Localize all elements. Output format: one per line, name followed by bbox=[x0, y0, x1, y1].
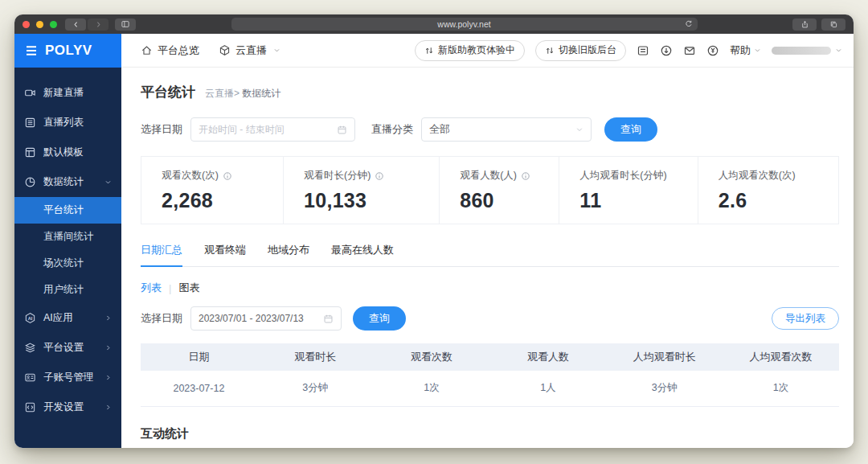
category-select[interactable]: 全部 bbox=[421, 117, 592, 142]
template-icon bbox=[24, 146, 36, 158]
interaction-statistics-title: 互动统计 bbox=[141, 426, 839, 441]
chevron-down-icon bbox=[273, 47, 280, 54]
billing-button[interactable] bbox=[706, 44, 719, 57]
new-assistant-pill-button[interactable]: 新版助教页体验中 bbox=[415, 40, 525, 61]
date-filter-label: 选择日期 bbox=[141, 122, 182, 137]
mail-icon bbox=[683, 44, 696, 57]
sidebar-item-label: 默认模板 bbox=[43, 146, 84, 159]
messages-button[interactable] bbox=[683, 44, 696, 57]
forward-button[interactable] bbox=[88, 18, 108, 31]
stat-view-count: 观看次数(次) 2,268 bbox=[141, 157, 283, 224]
help-label: 帮助 bbox=[730, 43, 751, 58]
sidebar-subitem-room-statistics[interactable]: 直播间统计 bbox=[14, 224, 121, 250]
info-icon[interactable] bbox=[375, 171, 384, 181]
tab-peak-online[interactable]: 最高在线人数 bbox=[331, 243, 394, 266]
work-order-button[interactable] bbox=[637, 44, 649, 57]
main-content: 平台统计 云直播> 数据统计 选择日期 直播分类 bbox=[121, 68, 854, 448]
chevron-left-icon bbox=[72, 21, 80, 28]
export-list-button[interactable]: 导出列表 bbox=[772, 307, 839, 330]
header-right: 新版助教页体验中 切换旧版后台 bbox=[415, 40, 842, 61]
view-toggle-separator: | bbox=[169, 282, 171, 294]
view-toggle-chart[interactable]: 图表 bbox=[178, 281, 199, 295]
col-viewer-count: 观看人数 bbox=[489, 343, 606, 371]
chevron-down-icon bbox=[104, 179, 112, 186]
sidebar-item-default-template[interactable]: 默认模板 bbox=[14, 138, 121, 167]
tab-date-summary[interactable]: 日期汇总 bbox=[141, 243, 182, 266]
breadcrumb: 云直播> 数据统计 bbox=[205, 87, 280, 101]
nav-cloud-live[interactable]: 云直播 bbox=[219, 43, 280, 58]
stat-label: 观看时长(分钟) bbox=[304, 169, 371, 183]
zoom-window-button[interactable] bbox=[50, 21, 57, 28]
sidebar-item-new-live[interactable]: 新建直播 bbox=[14, 78, 121, 108]
svg-text:AI: AI bbox=[28, 316, 33, 321]
info-icon[interactable] bbox=[223, 171, 232, 181]
date-query-input[interactable] bbox=[199, 313, 323, 324]
tab-region-distribution[interactable]: 地域分布 bbox=[268, 243, 309, 266]
close-window-button[interactable] bbox=[23, 21, 30, 28]
col-date: 日期 bbox=[141, 343, 257, 371]
download-button[interactable] bbox=[660, 44, 673, 57]
refresh-icon bbox=[684, 19, 693, 28]
sidebar-item-data-statistics[interactable]: 数据统计 bbox=[14, 167, 121, 197]
sidebar-item-label: 平台设置 bbox=[43, 341, 84, 355]
sidebar-subitem-platform-statistics[interactable]: 平台统计 bbox=[14, 197, 121, 224]
address-bar[interactable]: www.polyv.net bbox=[231, 18, 698, 31]
account-menu[interactable] bbox=[772, 47, 842, 55]
breadcrumb-separator: > bbox=[234, 88, 240, 99]
logo-block[interactable]: POLYV bbox=[14, 34, 121, 68]
browser-action-buttons bbox=[792, 18, 845, 31]
table-row[interactable]: 2023-07-12 3分钟 1次 1人 3分钟 1次 bbox=[141, 371, 839, 406]
date-range-input[interactable] bbox=[199, 124, 337, 135]
tabs-row: 日期汇总 观看终端 地域分布 最高在线人数 bbox=[141, 243, 839, 267]
switch-old-console-pill-button[interactable]: 切换旧版后台 bbox=[535, 40, 626, 61]
info-icon[interactable] bbox=[521, 171, 530, 181]
category-select-value: 全部 bbox=[429, 122, 450, 137]
id-card-icon bbox=[24, 372, 36, 384]
header-main: 平台总览 云直播 新版助教页体验中 切换旧版后台 bbox=[121, 34, 854, 68]
chevron-right-icon bbox=[95, 21, 102, 28]
refresh-button[interactable] bbox=[684, 19, 693, 28]
download-icon bbox=[660, 44, 673, 57]
swap-icon bbox=[545, 46, 555, 55]
nav-platform-overview[interactable]: 平台总览 bbox=[141, 43, 199, 58]
sidebar-subitem-session-statistics[interactable]: 场次统计 bbox=[14, 250, 121, 277]
cube-icon bbox=[219, 44, 231, 56]
page-title: 平台统计 bbox=[141, 83, 195, 101]
account-name-redacted bbox=[772, 47, 831, 55]
sidebar-item-subaccount-management[interactable]: 子账号管理 bbox=[14, 363, 121, 392]
stat-value: 860 bbox=[460, 189, 559, 212]
query-button[interactable]: 查询 bbox=[604, 117, 657, 142]
tab-overview-button[interactable] bbox=[821, 18, 845, 31]
sidebar-subitem-label: 平台统计 bbox=[43, 203, 84, 217]
list-icon bbox=[24, 117, 36, 129]
sidebar-item-ai-apps[interactable]: AI AI应用 bbox=[14, 303, 121, 333]
sidebar-panel-icon bbox=[121, 19, 130, 29]
sidebar-toggle-button[interactable] bbox=[115, 18, 136, 31]
stat-label: 人均观看次数(次) bbox=[719, 169, 796, 183]
minimize-window-button[interactable] bbox=[36, 21, 43, 28]
share-button[interactable] bbox=[792, 18, 817, 31]
sidebar-item-platform-settings[interactable]: 平台设置 bbox=[14, 333, 121, 363]
table-query-button[interactable]: 查询 bbox=[353, 306, 406, 331]
chevron-right-icon bbox=[104, 314, 112, 322]
layers-icon bbox=[24, 342, 36, 354]
cell-date: 2023-07-12 bbox=[141, 371, 257, 406]
sidebar-item-live-list[interactable]: 直播列表 bbox=[14, 108, 121, 138]
view-toggle-list[interactable]: 列表 bbox=[141, 281, 162, 295]
nav-cloud-live-label: 云直播 bbox=[235, 43, 267, 58]
help-menu[interactable]: 帮助 bbox=[730, 43, 761, 58]
tab-view-terminal[interactable]: 观看终端 bbox=[204, 243, 246, 266]
nav-overview-label: 平台总览 bbox=[158, 43, 199, 58]
code-icon bbox=[24, 401, 36, 413]
top-filter-row: 选择日期 直播分类 全部 查询 bbox=[141, 117, 839, 142]
sidebar-item-developer-settings[interactable]: 开发设置 bbox=[14, 392, 121, 422]
stat-view-duration: 观看时长(分钟) 10,133 bbox=[283, 157, 439, 224]
sidebar-subitem-user-statistics[interactable]: 用户统计 bbox=[14, 277, 121, 303]
breadcrumb-product: 云直播 bbox=[205, 88, 234, 99]
chevron-right-icon bbox=[104, 344, 112, 351]
cell-avg-count: 1次 bbox=[723, 371, 839, 406]
chevron-right-icon bbox=[104, 374, 112, 381]
back-button[interactable] bbox=[65, 18, 86, 31]
table-header-row: 日期 观看时长 观看次数 观看人数 人均观看时长 人均观看次数 bbox=[141, 343, 839, 371]
browser-window: www.polyv.net POLYV bbox=[14, 14, 854, 448]
